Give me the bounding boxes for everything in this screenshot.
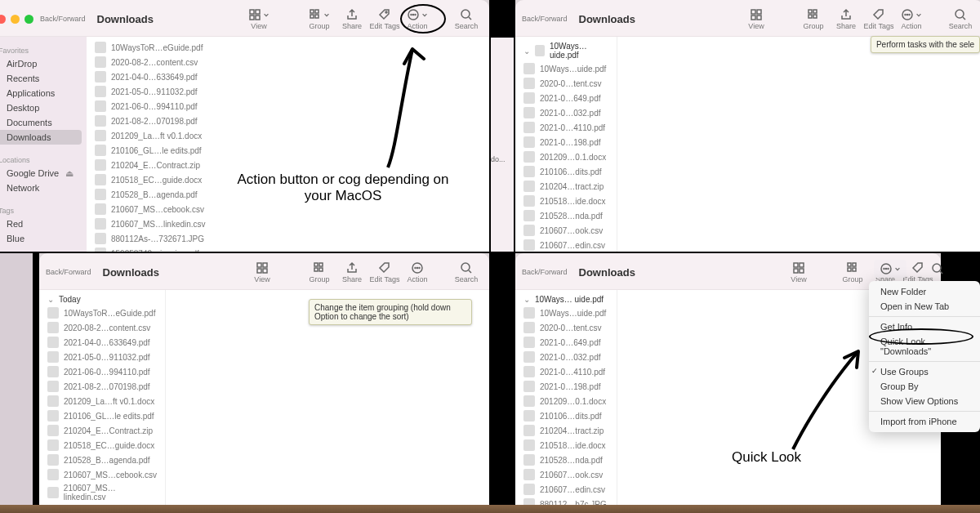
sidebar-item-downloads[interactable]: Downloads: [0, 130, 82, 145]
file-row[interactable]: 2021-0…4110.pdf: [515, 120, 617, 135]
file-row[interactable]: 2020-08-2…content.csv: [39, 320, 165, 335]
view-button[interactable]: View: [740, 7, 773, 30]
annotation-quicklook-caption: Quick Look: [732, 449, 801, 466]
file-row[interactable]: 210204…tract.zip: [515, 423, 617, 438]
file-row[interactable]: 2021-0…198.pdf: [515, 379, 617, 394]
search-button[interactable]: [921, 261, 954, 276]
svg-rect-20: [813, 10, 817, 13]
view-button[interactable]: View: [243, 7, 275, 30]
sidebar-tag-red[interactable]: Red: [0, 216, 82, 231]
file-row[interactable]: 210106…dits.pdf: [515, 164, 617, 179]
file-list: ⌄10Ways… uide.pdf 10Ways…uide.pdf2020-0……: [515, 290, 617, 505]
file-row[interactable]: 2021-06-0…994110.pdf: [39, 364, 165, 379]
file-row[interactable]: 210518…ide.docx: [515, 438, 617, 453]
svg-rect-46: [853, 263, 856, 266]
file-row[interactable]: 210607_MS…linkedin.csv: [39, 482, 165, 503]
file-row[interactable]: 210528_B…agenda.pdf: [39, 453, 165, 467]
file-row[interactable]: 210204_E…Contract.zip: [39, 423, 165, 438]
share-button[interactable]: Share: [336, 261, 368, 283]
file-row[interactable]: 880112…b7c.JPG: [515, 497, 617, 505]
view-button[interactable]: View: [782, 261, 815, 283]
action-button[interactable]: [874, 260, 906, 278]
menu-open-new-tab[interactable]: Open in New Tab: [869, 299, 980, 314]
menu-use-groups[interactable]: Use Groups: [869, 364, 980, 379]
window-controls[interactable]: [0, 15, 33, 24]
share-button[interactable]: Share: [830, 7, 862, 30]
sidebar-item-recents[interactable]: Recents: [0, 71, 82, 86]
sidebar-item-applications[interactable]: Applications: [0, 86, 82, 100]
file-row[interactable]: 201209…0.1.docx: [515, 149, 617, 164]
window-title: Downloads: [579, 13, 646, 25]
file-row[interactable]: 210607…edin.csv: [515, 482, 617, 497]
back-forward[interactable]: Back/Forward: [40, 15, 86, 23]
file-row[interactable]: 2021-0…4110.pdf: [515, 364, 617, 379]
file-row[interactable]: 210106_GL…le edits.pdf: [39, 408, 165, 423]
file-row[interactable]: 10Ways…uide.pdf: [515, 306, 617, 320]
sidebar-item-desktop[interactable]: Desktop: [0, 100, 82, 115]
file-row[interactable]: 2021-08-2…070198.pdf: [39, 379, 165, 394]
file-row[interactable]: 210106…dits.pdf: [515, 408, 617, 423]
screenshot-2: Back/Forward Downloads View Group Share …: [491, 0, 980, 252]
file-row[interactable]: 210607…ook.csv: [515, 467, 617, 482]
svg-rect-19: [808, 15, 812, 18]
file-row[interactable]: 210607_MS…cebook.csv: [39, 467, 165, 482]
svg-rect-21: [813, 15, 817, 18]
file-row[interactable]: 210528…nda.pdf: [515, 453, 617, 467]
svg-rect-43: [800, 269, 804, 273]
group-button[interactable]: Group: [303, 261, 336, 283]
file-row[interactable]: 210204…tract.zip: [515, 179, 617, 194]
file-row[interactable]: 2020-0…tent.csv: [515, 76, 617, 91]
group-button[interactable]: Group: [303, 7, 336, 30]
search-button[interactable]: Search: [450, 7, 483, 30]
file-row[interactable]: 10WaysToR…eGuide.pdf: [39, 306, 165, 320]
menu-new-folder[interactable]: New Folder: [869, 284, 980, 299]
file-row[interactable]: 210607…edin.csv: [515, 238, 617, 252]
sidebar-item-network[interactable]: Network: [0, 181, 82, 195]
file-row[interactable]: 2021-0…032.pdf: [515, 105, 617, 120]
sidebar-item-googledrive[interactable]: Google Drive⏏: [0, 166, 82, 181]
back-forward[interactable]: Back/Forward: [46, 268, 91, 276]
edit-tags-button[interactable]: Edit Tags: [862, 7, 895, 30]
file-row[interactable]: 201209_La…ft v0.1.docx: [39, 394, 165, 408]
menu-import-iphone[interactable]: Import from iPhone: [869, 414, 980, 429]
view-button[interactable]: View: [246, 261, 278, 283]
file-row[interactable]: 210518…ide.docx: [515, 194, 617, 208]
back-forward[interactable]: Back/Forward: [522, 268, 568, 276]
file-row[interactable]: 2021-04-0…633649.pdf: [39, 335, 165, 350]
file-row[interactable]: 210607_MS…linkedin.csv: [87, 216, 489, 231]
search-button[interactable]: Search: [450, 261, 483, 283]
file-row[interactable]: 159258740…invoice.pdf: [87, 246, 489, 252]
file-row[interactable]: 10Ways…uide.pdf: [515, 61, 617, 76]
file-row[interactable]: 2020-0…tent.csv: [515, 320, 617, 335]
file-row[interactable]: 210518_EC…guide.docx: [39, 438, 165, 453]
group-button[interactable]: Group: [836, 261, 869, 283]
svg-rect-33: [319, 263, 323, 266]
back-forward[interactable]: Back/Forward: [522, 15, 568, 23]
svg-rect-17: [757, 16, 761, 20]
menu-show-view-options[interactable]: Show View Options: [869, 394, 980, 408]
file-row[interactable]: 210528…nda.pdf: [515, 208, 617, 223]
menu-group-by[interactable]: Group By: [869, 379, 980, 394]
edit-tags-button[interactable]: Edit Tags: [368, 261, 401, 283]
sidebar-item-documents[interactable]: Documents: [0, 115, 82, 130]
file-list: ⌄Today 10WaysToR…eGuide.pdf2020-08-2…con…: [39, 290, 166, 505]
screenshot-1: Back/Forward Downloads View Group Share …: [0, 0, 489, 252]
file-row[interactable]: 2021-0…649.pdf: [515, 335, 617, 350]
file-row[interactable]: 210607…ook.csv: [515, 223, 617, 238]
sidebar-tag-blue[interactable]: Blue: [0, 231, 82, 246]
section-today: ⌄Today: [39, 293, 165, 306]
action-button[interactable]: Action: [895, 7, 928, 30]
file-row[interactable]: 2021-0…198.pdf: [515, 135, 617, 149]
svg-point-50: [886, 269, 887, 270]
action-button[interactable]: Action: [401, 261, 434, 283]
action-menu[interactable]: New Folder Open in New Tab Get Info Quic…: [869, 281, 980, 432]
file-row[interactable]: 880112As-…732671.JPG: [87, 231, 489, 246]
file-row[interactable]: 2021-05-0…911032.pdf: [39, 350, 165, 364]
file-row[interactable]: 2021-0…649.pdf: [515, 91, 617, 105]
group-button[interactable]: Group: [797, 7, 830, 30]
file-row[interactable]: 2021-0…032.pdf: [515, 350, 617, 364]
file-row[interactable]: 201209…0.1.docx: [515, 394, 617, 408]
eject-icon[interactable]: ⏏: [65, 168, 74, 179]
sidebar-item-airdrop[interactable]: AirDrop: [0, 56, 82, 71]
search-button[interactable]: Search: [944, 7, 977, 30]
